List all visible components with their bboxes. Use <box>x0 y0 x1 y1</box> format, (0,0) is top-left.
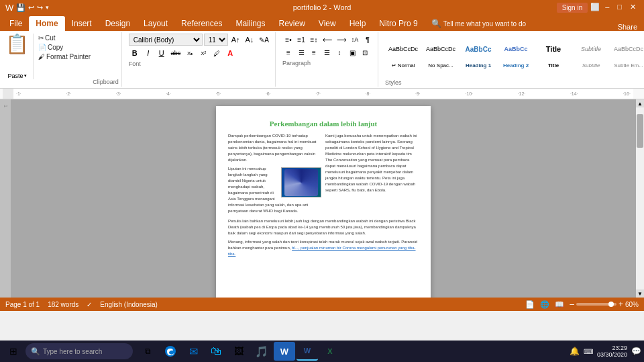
scroll-up-button[interactable]: ▲ <box>636 99 644 107</box>
line-spacing-button[interactable]: ↕ <box>333 46 345 58</box>
quick-access-customize[interactable]: ▾ <box>46 4 49 11</box>
align-center-button[interactable]: ☰ <box>295 46 307 58</box>
style-title[interactable]: Title Title <box>535 34 572 71</box>
style-normal[interactable]: AaBbCcDc ↵ Normal <box>385 34 421 71</box>
shading-button[interactable]: ▣ <box>346 46 358 58</box>
paragraph-row1: ≡• ≡1 ≡↕ ⟵ ⟶ ↕A ¶ <box>282 34 374 46</box>
font-group: Calibri (Body) 11 A↑ A↓ ✎A B I U abc X₂ … <box>125 32 276 87</box>
ruler: ·1· ·2· ·3· ·4· ·5· ·6· ·7· ·8· ·9· ·10·… <box>0 89 644 99</box>
bullets-button[interactable]: ≡• <box>282 34 294 46</box>
show-marks-button[interactable]: ¶ <box>362 34 374 46</box>
font-clear-button[interactable]: ✎A <box>257 34 271 46</box>
tab-nitro[interactable]: Nitro Pro 9 <box>372 16 424 31</box>
minimize-button[interactable]: – <box>602 3 612 13</box>
taskbar-mail[interactable]: ✉ <box>182 342 204 361</box>
taskbar-spotify[interactable]: 🎵 <box>251 342 272 361</box>
ruler-mark: ·6· <box>266 91 271 96</box>
underline-button[interactable]: U <box>156 47 168 59</box>
tab-insert[interactable]: Insert <box>65 16 99 31</box>
clipboard-label: Clipboard <box>93 76 119 85</box>
tab-references[interactable]: References <box>174 16 229 31</box>
scroll-track[interactable] <box>636 107 644 289</box>
italic-button[interactable]: I <box>142 47 154 59</box>
numbering-button[interactable]: ≡1 <box>295 34 307 46</box>
strikethrough-button[interactable]: abc <box>169 47 183 59</box>
superscript-button[interactable]: X² <box>197 47 209 59</box>
maximize-button[interactable]: □ <box>614 3 625 13</box>
taskbar-edge[interactable] <box>160 342 181 361</box>
style-h1[interactable]: AaBbCc Heading 1 <box>460 34 496 71</box>
taskbar-store[interactable]: 🛍 <box>205 342 227 361</box>
align-right-button[interactable]: ≡ <box>308 46 320 58</box>
text-highlight-button[interactable]: 🖊 <box>211 47 223 59</box>
taskbar-word-active[interactable]: W <box>297 342 318 361</box>
style-nospace[interactable]: AaBbCcDc No Spac... <box>423 34 459 71</box>
style-subtle[interactable]: AaBbCcDc Subtle Em... <box>610 34 644 71</box>
taskbar-task-view[interactable]: ⧉ <box>137 342 158 361</box>
tab-review[interactable]: Review <box>272 16 311 31</box>
tab-home[interactable]: Home <box>29 16 64 31</box>
quick-access-redo[interactable]: ↪ <box>37 3 43 12</box>
tab-layout[interactable]: Layout <box>137 16 174 31</box>
borders-button[interactable]: ⊡ <box>359 46 371 58</box>
font-size-select[interactable]: 11 <box>204 34 228 46</box>
action-center-icon[interactable]: 💬 <box>631 347 641 356</box>
multilevel-button[interactable]: ≡↕ <box>308 34 320 46</box>
scroll-down-button[interactable]: ▼ <box>636 289 644 298</box>
zoom-in-button[interactable]: + <box>619 300 623 309</box>
tell-me-input[interactable]: 🔍 Tell me what you want to do <box>425 16 533 31</box>
font-color-button[interactable]: A <box>224 47 236 59</box>
subscript-button[interactable]: X₂ <box>184 47 196 59</box>
doc-columns: Dampak perkembangan COVID-19 terhadap pe… <box>228 133 419 214</box>
zoom-slider[interactable] <box>576 303 616 306</box>
taskbar-apps: ⧉ ✉ 🛍 🖼 🎵 W W X <box>137 342 341 361</box>
page-count: Page 1 of 1 <box>5 301 40 308</box>
doc-link[interactable]: bl..., penjualan minuman bir Corona meng… <box>228 246 416 256</box>
zoom-out-button[interactable]: – <box>570 300 574 309</box>
view-print-icon[interactable]: 📄 <box>525 300 535 309</box>
view-web-icon[interactable]: 🌐 <box>540 300 549 309</box>
taskbar-word[interactable]: W <box>274 342 295 361</box>
quick-access-save[interactable]: 💾 <box>16 3 25 12</box>
copy-icon: 📄 <box>38 44 46 51</box>
document-area[interactable]: Perkembangan dalam lebih lanjut Dampak p… <box>11 99 636 298</box>
quick-access-undo[interactable]: ↩ <box>28 3 34 12</box>
font-shrink-button[interactable]: A↓ <box>244 34 256 46</box>
signin-button[interactable]: Sign in <box>557 3 588 13</box>
paste-dropdown[interactable]: Paste ▾ <box>7 73 26 79</box>
format-painter-button[interactable]: 🖌Format Painter <box>36 52 93 61</box>
font-name-select[interactable]: Calibri (Body) <box>129 34 203 46</box>
justify-button[interactable]: ☰ <box>321 46 333 58</box>
font-grow-button[interactable]: A↑ <box>229 34 242 46</box>
view-read-icon[interactable]: 📖 <box>555 300 564 309</box>
decrease-indent-button[interactable]: ⟵ <box>321 34 334 46</box>
notification-icon[interactable]: 🔔 <box>570 347 580 356</box>
doc-image <box>281 167 321 197</box>
taskbar-excel[interactable]: X <box>319 342 341 361</box>
cut-button[interactable]: ✂Cut <box>36 34 93 42</box>
tab-mailings[interactable]: Mailings <box>229 16 272 31</box>
document-page: Perkembangan dalam lebih lanjut Dampak p… <box>216 106 431 298</box>
copy-button[interactable]: 📄Copy <box>36 43 93 52</box>
tab-help[interactable]: Help <box>343 16 373 31</box>
scroll-thumb[interactable] <box>637 114 643 148</box>
vertical-scrollbar[interactable]: ▲ ▼ <box>636 99 644 298</box>
increase-indent-button[interactable]: ⟶ <box>335 34 348 46</box>
bold-button[interactable]: B <box>129 47 141 59</box>
style-h2[interactable]: AaBbCc Heading 2 <box>498 34 534 71</box>
taskbar-search[interactable]: 🔍 Type here to search <box>25 343 133 359</box>
paste-area: 📋 Paste ▾ <box>5 34 34 79</box>
tab-view[interactable]: View <box>312 16 343 31</box>
style-subtle-label: Subtle Em... <box>614 62 643 69</box>
sort-button[interactable]: ↕A <box>349 34 361 46</box>
style-title-preview: Title <box>539 36 568 62</box>
share-button[interactable]: Share <box>614 23 641 31</box>
style-subtitle[interactable]: Subtitle Subtitle <box>573 34 609 71</box>
taskbar-photos[interactable]: 🖼 <box>228 342 250 361</box>
start-button[interactable]: ⊞ <box>3 342 24 361</box>
tab-file[interactable]: File <box>3 16 29 31</box>
align-left-button[interactable]: ≡ <box>282 46 294 58</box>
close-button[interactable]: ✕ <box>627 3 639 13</box>
ribbon-toggle[interactable]: ⬜ <box>590 3 600 13</box>
tab-design[interactable]: Design <box>99 16 137 31</box>
